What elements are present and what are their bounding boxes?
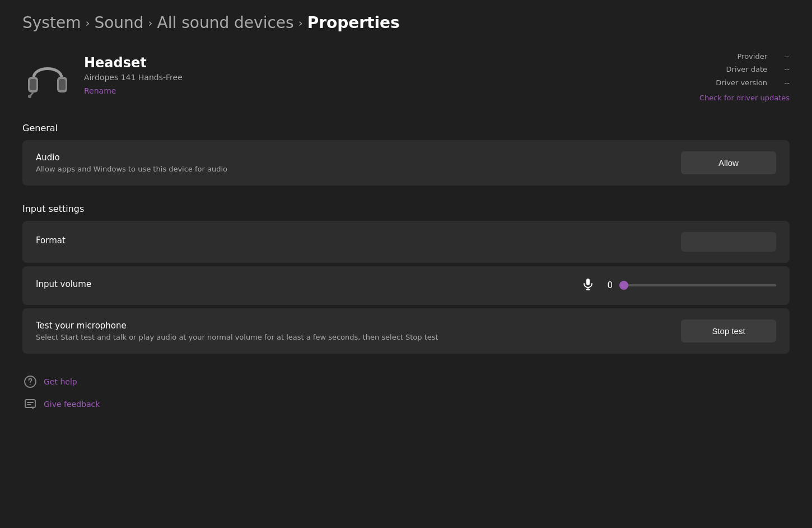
device-subtitle: Airdopes 141 Hands-Free bbox=[84, 73, 183, 82]
device-icon bbox=[22, 50, 73, 100]
give-feedback-link[interactable]: Give feedback bbox=[22, 396, 790, 412]
microphone-icon bbox=[581, 277, 595, 294]
format-card-text: Format bbox=[36, 235, 66, 248]
breadcrumb: System › Sound › All sound devices › Pro… bbox=[22, 13, 790, 32]
bottom-links: Get help Give feedback bbox=[22, 374, 790, 412]
test-description: Select Start test and talk or play audio… bbox=[36, 333, 438, 341]
svg-rect-11 bbox=[25, 400, 35, 407]
breadcrumb-current: Properties bbox=[307, 13, 400, 32]
svg-point-10 bbox=[30, 384, 31, 385]
svg-rect-2 bbox=[30, 79, 36, 90]
device-name: Headset bbox=[84, 55, 183, 71]
svg-rect-3 bbox=[59, 79, 66, 90]
format-dropdown[interactable] bbox=[681, 232, 776, 252]
format-title: Format bbox=[36, 235, 66, 246]
breadcrumb-separator-2: › bbox=[148, 16, 153, 30]
breadcrumb-all-sound-devices[interactable]: All sound devices bbox=[157, 13, 294, 32]
give-feedback-label: Give feedback bbox=[44, 400, 100, 409]
breadcrumb-sound[interactable]: Sound bbox=[94, 13, 143, 32]
audio-card-text: Audio Allow apps and Windows to use this… bbox=[36, 152, 227, 173]
volume-control: 0 bbox=[581, 277, 776, 294]
general-title: General bbox=[22, 123, 790, 133]
driver-version-value: -- bbox=[776, 76, 790, 89]
rename-link[interactable]: Rename bbox=[84, 86, 116, 95]
svg-point-5 bbox=[28, 95, 31, 98]
driver-date-label: Driver date bbox=[726, 63, 767, 76]
allow-button[interactable]: Allow bbox=[681, 151, 776, 174]
svg-rect-6 bbox=[586, 279, 590, 285]
driver-date-row: Driver date -- bbox=[699, 63, 790, 76]
volume-slider[interactable] bbox=[619, 284, 776, 286]
get-help-label: Get help bbox=[44, 377, 77, 386]
device-text: Headset Airdopes 141 Hands-Free Rename bbox=[84, 55, 183, 96]
general-section: General Audio Allow apps and Windows to … bbox=[22, 123, 790, 188]
stop-test-button[interactable]: Stop test bbox=[681, 319, 776, 342]
driver-provider-row: Provider -- bbox=[699, 50, 790, 63]
breadcrumb-system[interactable]: System bbox=[22, 13, 81, 32]
input-volume-card: Input volume 0 bbox=[22, 266, 790, 305]
input-settings-cards: Format Input volume bbox=[22, 221, 790, 356]
input-volume-text: Input volume bbox=[36, 279, 91, 291]
input-volume-title: Input volume bbox=[36, 279, 91, 289]
device-info: Headset Airdopes 141 Hands-Free Rename bbox=[22, 50, 183, 100]
input-settings-section: Input settings Format Input volume bbox=[22, 203, 790, 356]
format-card: Format bbox=[22, 221, 790, 263]
driver-info: Provider -- Driver date -- Driver versio… bbox=[699, 50, 790, 105]
headset-icon bbox=[22, 50, 73, 100]
breadcrumb-separator-1: › bbox=[85, 16, 90, 30]
test-card-text: Test your microphone Select Start test a… bbox=[36, 321, 438, 341]
audio-description: Allow apps and Windows to use this devic… bbox=[36, 165, 227, 173]
input-settings-title: Input settings bbox=[22, 203, 790, 214]
audio-card: Audio Allow apps and Windows to use this… bbox=[22, 140, 790, 186]
driver-version-label: Driver version bbox=[716, 76, 767, 89]
driver-date-value: -- bbox=[776, 63, 790, 76]
driver-version-row: Driver version -- bbox=[699, 76, 790, 89]
provider-value: -- bbox=[776, 50, 790, 63]
audio-title: Audio bbox=[36, 152, 227, 163]
get-help-link[interactable]: Get help bbox=[22, 374, 790, 390]
help-icon bbox=[22, 374, 38, 390]
test-microphone-card: Test your microphone Select Start test a… bbox=[22, 308, 790, 354]
feedback-icon bbox=[22, 396, 38, 412]
general-cards: Audio Allow apps and Windows to use this… bbox=[22, 140, 790, 188]
breadcrumb-separator-3: › bbox=[298, 16, 303, 30]
device-header: Headset Airdopes 141 Hands-Free Rename P… bbox=[22, 50, 790, 105]
driver-update-link[interactable]: Check for driver updates bbox=[699, 91, 790, 104]
volume-value: 0 bbox=[601, 280, 613, 290]
test-title: Test your microphone bbox=[36, 321, 438, 331]
provider-label: Provider bbox=[737, 50, 767, 63]
